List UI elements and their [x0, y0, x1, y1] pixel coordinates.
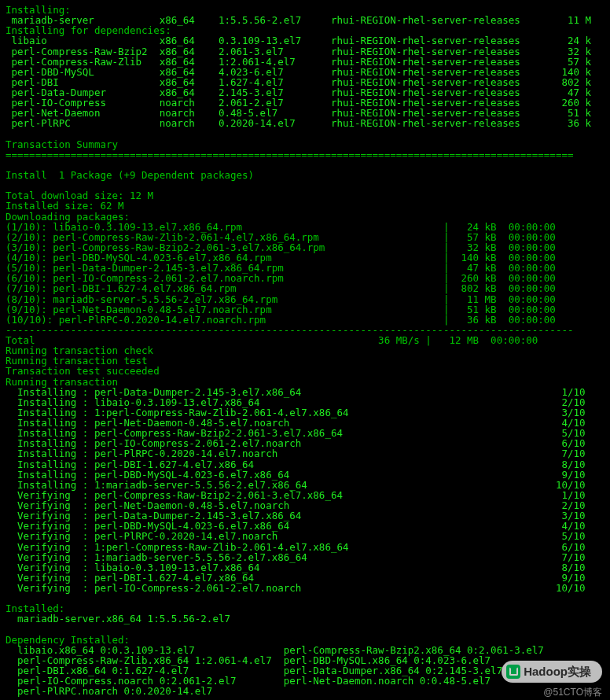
watermark-text: Hadoop实操 — [524, 665, 591, 678]
terminal-output: Installing: mariadb-server x86_64 1:5.5.… — [0, 0, 610, 700]
wechat-icon — [506, 665, 520, 679]
cto-watermark: @51CTO博客 — [543, 687, 602, 698]
wechat-watermark: Hadoop实操 — [502, 661, 602, 683]
terminal-screenshot: Installing: mariadb-server x86_64 1:5.5.… — [0, 0, 610, 700]
